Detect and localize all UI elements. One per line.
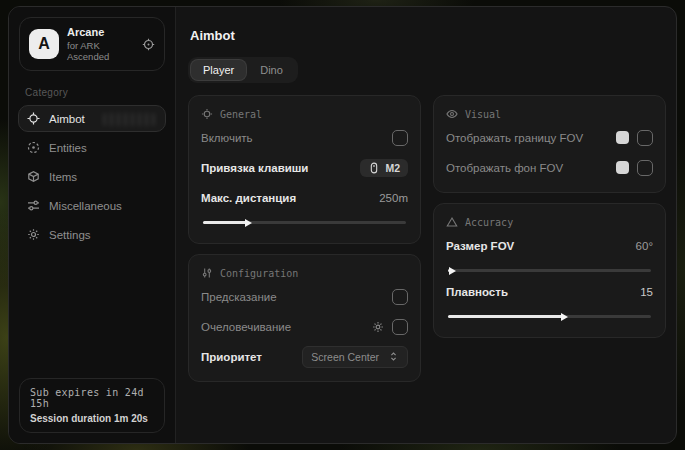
sidebar-item-label: Entities [49, 142, 87, 154]
priority-value: Screen Center [311, 351, 379, 363]
enable-checkbox[interactable] [392, 130, 408, 146]
priority-row: Приоритет Screen Center [201, 344, 408, 369]
humanize-label: Очеловечивание [201, 321, 291, 333]
distance-slider-thumb[interactable] [245, 219, 252, 227]
sidebar-item-aimbot[interactable]: Aimbot [18, 105, 166, 132]
configuration-card-header: Configuration [201, 265, 408, 279]
session-duration-text: Session duration 1m 20s [30, 413, 154, 424]
fov-border-row: Отображать границу FOV [446, 125, 653, 150]
humanize-row: Очеловечивание [201, 314, 408, 339]
sidebar-item-settings[interactable]: Settings [18, 221, 166, 248]
main-panel: Aimbot Player Dino General [176, 7, 677, 443]
subscription-status: Sub expires in 24d 15h Session duration … [19, 378, 165, 433]
distance-label: Макс. дистанция [201, 192, 296, 204]
prediction-checkbox[interactable] [392, 289, 408, 305]
humanize-controls [372, 319, 408, 335]
fov-border-label: Отображать границу FOV [446, 132, 583, 144]
sidebar-item-entities[interactable]: Entities [18, 134, 166, 161]
accuracy-card: Accuracy Размер FOV 60° Плавность 15 [433, 203, 666, 338]
keybind-label: Привязка клавиши [201, 162, 308, 174]
fov-size-slider[interactable] [448, 269, 651, 272]
fov-size-slider-fill [448, 269, 452, 272]
crosshair-icon [27, 112, 40, 125]
fov-border-checkbox[interactable] [637, 130, 653, 146]
app-identity: Arcane for ARK Ascended [67, 26, 134, 62]
card-grid: General Включить Привязка клавиши [188, 95, 666, 382]
sidebar-item-miscellaneous[interactable]: Miscellaneous [18, 192, 166, 219]
general-card-title: General [220, 109, 262, 120]
distance-value: 250m [379, 192, 408, 204]
keybind-value: M2 [385, 162, 400, 174]
chevrons-up-down-icon [388, 351, 399, 362]
distance-row: Макс. дистанция 250m [201, 185, 408, 210]
accuracy-card-header: Accuracy [446, 214, 653, 228]
fov-border-color-swatch[interactable] [616, 131, 629, 144]
sidebar-nav: Aimbot Entities Items [9, 105, 175, 250]
smoothness-slider-fill [448, 315, 564, 318]
scan-icon [201, 108, 213, 120]
tab-player[interactable]: Player [191, 60, 246, 80]
enable-row: Включить [201, 125, 408, 150]
smoothness-slider-thumb[interactable] [561, 313, 568, 321]
keybind-button[interactable]: M2 [360, 159, 408, 177]
configuration-card-title: Configuration [220, 268, 298, 279]
distance-slider-fill [203, 221, 248, 224]
fov-bg-row: Отображать фон FOV [446, 155, 653, 180]
general-card: General Включить Привязка клавиши [188, 95, 421, 244]
target-icon[interactable] [142, 38, 155, 51]
fov-border-controls [616, 130, 653, 146]
smoothness-row: Плавность 15 [446, 279, 653, 304]
sliders-icon [27, 199, 40, 212]
general-card-header: General [201, 106, 408, 120]
logo-card: A Arcane for ARK Ascended [19, 17, 165, 71]
configuration-card: Configuration Предсказание Очеловечивани… [188, 254, 421, 382]
accuracy-card-title: Accuracy [465, 217, 513, 228]
fov-size-value: 60° [636, 240, 653, 252]
distance-slider[interactable] [203, 221, 406, 224]
sidebar-item-label: Aimbot [49, 113, 85, 125]
fov-size-row: Размер FOV 60° [446, 233, 653, 258]
fov-bg-controls [616, 160, 653, 176]
app-window: A Arcane for ARK Ascended Category [8, 6, 677, 444]
fov-bg-checkbox[interactable] [637, 160, 653, 176]
visual-card-header: Visual [446, 106, 653, 120]
vertical-sliders-icon [201, 267, 213, 279]
sidebar: A Arcane for ARK Ascended Category [9, 7, 176, 443]
fov-size-slider-thumb[interactable] [449, 267, 456, 275]
sub-expires-text: Sub expires in 24d 15h [30, 387, 154, 409]
sidebar-item-label: Settings [49, 229, 91, 241]
prediction-row: Предсказание [201, 284, 408, 309]
sidebar-item-label: Items [49, 171, 77, 183]
sidebar-item-label: Miscellaneous [49, 200, 122, 212]
package-icon [27, 170, 40, 183]
right-column: Visual Отображать границу FOV Отображать… [433, 95, 666, 338]
fov-bg-label: Отображать фон FOV [446, 162, 563, 174]
fov-bg-color-swatch[interactable] [616, 161, 629, 174]
tab-dino[interactable]: Dino [248, 60, 295, 80]
smoothness-value: 15 [640, 286, 653, 298]
watermark-smudge [103, 113, 155, 126]
eye-icon [446, 108, 458, 120]
mouse-icon [368, 162, 380, 174]
app-logo: A [29, 29, 59, 59]
priority-label: Приоритет [201, 351, 262, 363]
gear-icon [27, 228, 40, 241]
humanize-gear-icon[interactable] [372, 321, 384, 333]
prediction-label: Предсказание [201, 291, 277, 303]
category-label: Category [25, 87, 159, 98]
app-name: Arcane [67, 26, 134, 38]
sidebar-item-items[interactable]: Items [18, 163, 166, 190]
enable-label: Включить [201, 132, 253, 144]
radar-icon [27, 141, 40, 154]
fov-size-label: Размер FOV [446, 240, 514, 252]
left-column: General Включить Привязка клавиши [188, 95, 421, 382]
tab-bar: Player Dino [188, 57, 298, 83]
humanize-checkbox[interactable] [392, 319, 408, 335]
keybind-row: Привязка клавиши M2 [201, 155, 408, 180]
visual-card-title: Visual [465, 109, 501, 120]
app-subtitle: for ARK Ascended [67, 40, 134, 62]
triangle-icon [446, 216, 458, 228]
priority-dropdown[interactable]: Screen Center [302, 346, 408, 368]
smoothness-slider[interactable] [448, 315, 651, 318]
page-title: Aimbot [190, 28, 664, 43]
